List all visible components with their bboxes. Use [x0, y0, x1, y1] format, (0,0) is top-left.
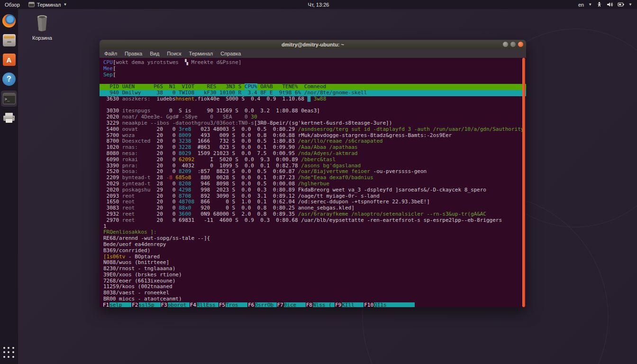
- dock-item-printer[interactable]: [1, 110, 17, 126]
- htop-function-bar: F1selpF2ssl5pF3oborotF4RllEssF5TrosF6Osr…: [100, 302, 526, 307]
- dock-item-files[interactable]: [1, 32, 17, 48]
- fkey-f4[interactable]: F4: [190, 302, 197, 307]
- fkey-f3[interactable]: F3: [161, 302, 168, 307]
- fkey-label-f5[interactable]: Tros: [226, 302, 247, 307]
- chevron-down-icon: ▼: [63, 2, 67, 7]
- activities-label: Обзор: [5, 2, 20, 8]
- fkey-f6[interactable]: F6: [247, 302, 255, 307]
- files-icon: [3, 34, 16, 46]
- fkey-label-f2[interactable]: ssl5p: [139, 302, 161, 307]
- app-menu-label: Терминал: [37, 2, 61, 8]
- software-icon: A: [3, 54, 16, 66]
- menu-item-4[interactable]: Терминал: [189, 51, 213, 56]
- help-icon: ?: [2, 73, 16, 86]
- maximize-button[interactable]: [510, 42, 516, 47]
- terminal-line: Bede/ueof ea4denrepy: [100, 242, 526, 248]
- chevron-down-icon[interactable]: ▼: [628, 2, 632, 7]
- desktop: Обзор Терминал ▼ Чт, 13:26 en ▼: [0, 0, 637, 364]
- chevron-down-icon: ▼: [588, 2, 592, 7]
- menu-item-1[interactable]: Правка: [125, 51, 142, 56]
- terminal-line: 1: [100, 224, 526, 230]
- menu-item-3[interactable]: Поиск: [167, 51, 181, 56]
- keyboard-layout-indicator[interactable]: en: [578, 2, 584, 8]
- terminal-window: dmitry@dmitry-ubuntu: ~ ФайлПравкаВидПои…: [100, 40, 526, 307]
- fkey-label-f1[interactable]: selp: [109, 302, 131, 307]
- terminal-menubar: ФайлПравкаВидПоискТерминалСправка: [100, 49, 526, 58]
- fkey-label-f10[interactable]: QI1s: [374, 302, 415, 307]
- window-controls: [503, 42, 523, 47]
- terminal-line: CPU[wokt dema ysrotstwes ▚ Mreekte d&Pss…: [100, 60, 526, 66]
- fkey-label-f6[interactable]: OsrrOb: [255, 302, 277, 307]
- close-button[interactable]: [518, 42, 523, 47]
- dock-item-help[interactable]: ?: [1, 71, 17, 87]
- terminal-line: BR00 miocs - ataotceanmt): [100, 296, 526, 302]
- fkey-label-f4[interactable]: RllEss: [197, 302, 218, 307]
- terminal-app-icon: [28, 2, 35, 7]
- terminal-screen[interactable]: CPU[wokt dema ysrotstwes ▚ Mreekte d&Pss…: [100, 58, 526, 307]
- dock: A ?: [0, 9, 18, 364]
- fkey-f1[interactable]: F1: [102, 302, 109, 307]
- fkey-label-f7[interactable]: 0ice: [284, 302, 306, 307]
- window-title: dmitry@dmitry-ubuntu: ~: [282, 42, 344, 47]
- fkey-f7[interactable]: F7: [277, 302, 284, 307]
- accessibility-icon: [596, 1, 602, 8]
- top-bar: Обзор Терминал ▼ Чт, 13:26 en ▼: [0, 0, 637, 9]
- dock-item-firefox[interactable]: [1, 13, 17, 29]
- dock-item-terminal[interactable]: [1, 91, 17, 107]
- menu-item-2[interactable]: Вид: [150, 51, 159, 56]
- trash-icon: [34, 14, 50, 32]
- fkey-label-f9[interactable]: KIll: [342, 302, 364, 307]
- menu-item-5[interactable]: Справка: [220, 51, 241, 56]
- system-status-area[interactable]: en ▼ ▼: [578, 0, 637, 9]
- printer-icon: [2, 112, 16, 124]
- minimize-button[interactable]: [503, 42, 508, 47]
- terminal-line: 3630 aoszkers: iudebshnsent.fiok40e S000…: [100, 96, 526, 102]
- dock-item-software[interactable]: A: [1, 52, 17, 68]
- fkey-f5[interactable]: F5: [218, 302, 226, 307]
- app-menu-terminal[interactable]: Терминал ▼: [25, 0, 71, 9]
- fkey-label-f3[interactable]: oborot: [168, 302, 190, 307]
- fkey-f8[interactable]: F8: [306, 302, 313, 307]
- terminal-line: Mee[: [100, 66, 526, 72]
- clock[interactable]: Чт, 13:26: [308, 0, 329, 9]
- fkey-f9[interactable]: F9: [335, 302, 342, 307]
- terminal-line: B369/conrrided): [100, 248, 526, 254]
- terminal-line: Sep[: [100, 72, 526, 78]
- trash-label: Корзина: [27, 35, 57, 41]
- menu-item-0[interactable]: Файл: [104, 51, 117, 56]
- window-titlebar[interactable]: dmitry@dmitry-ubuntu: ~: [100, 40, 526, 49]
- fkey-f10[interactable]: F10: [364, 302, 374, 307]
- trash-shortcut[interactable]: Корзина: [27, 14, 57, 41]
- show-applications-button[interactable]: [3, 347, 15, 358]
- battery-icon: [618, 1, 624, 8]
- fkey-label-f8[interactable]: Nlss (: [313, 302, 335, 307]
- activities-button[interactable]: Обзор: [0, 0, 25, 9]
- terminal-screen-lines: CPU[wokt dema ysrotstwes ▚ Mreekte d&Pss…: [100, 58, 526, 307]
- fkey-f2[interactable]: F2: [131, 302, 138, 307]
- volume-icon: [607, 1, 613, 8]
- terminal-icon: [3, 93, 16, 104]
- clock-label: Чт, 13:26: [308, 2, 329, 8]
- firefox-icon: [2, 14, 16, 27]
- terminal-scrollbar[interactable]: [522, 58, 525, 307]
- terminal-line: 2970 reet 20 0 69831 -11 4600 S 0.9 0.3 …: [100, 218, 526, 224]
